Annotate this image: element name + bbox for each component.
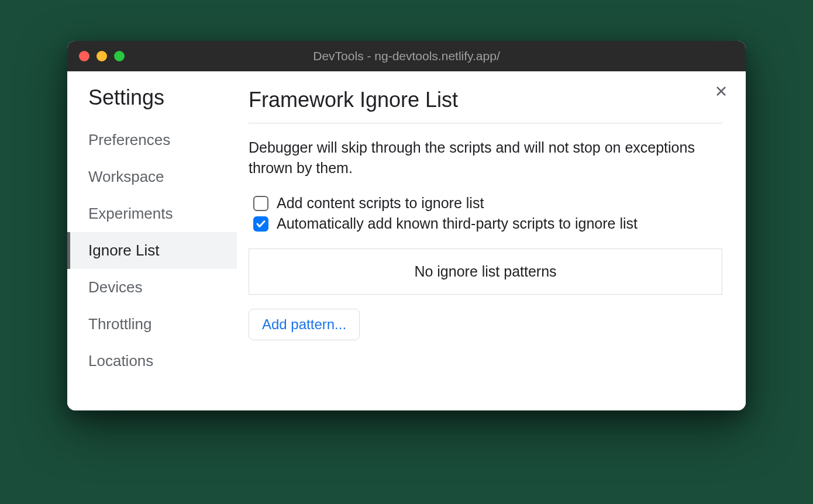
settings-sidebar: Settings Preferences Workspace Experimen…	[67, 71, 237, 410]
sidebar-item-experiments[interactable]: Experiments	[67, 195, 237, 232]
checkbox-row-third-party: Automatically add known third-party scri…	[249, 215, 722, 232]
sidebar-item-workspace[interactable]: Workspace	[67, 158, 237, 195]
sidebar-item-ignore-list[interactable]: Ignore List	[67, 232, 237, 269]
minimize-window-button[interactable]	[97, 51, 107, 61]
checkbox-label-third-party: Automatically add known third-party scri…	[277, 215, 638, 232]
traffic-lights	[79, 51, 125, 61]
checkbox-content-scripts[interactable]	[253, 196, 268, 211]
devtools-settings-window: DevTools - ng-devtools.netlify.app/ Sett…	[67, 41, 746, 410]
titlebar: DevTools - ng-devtools.netlify.app/	[67, 41, 746, 71]
checkbox-label-content-scripts: Add content scripts to ignore list	[277, 195, 484, 212]
content-area: Settings Preferences Workspace Experimen…	[67, 71, 746, 410]
checkbox-third-party[interactable]	[253, 216, 268, 232]
description-text: Debugger will skip through the scripts a…	[249, 137, 722, 178]
sidebar-item-preferences[interactable]: Preferences	[67, 122, 237, 158]
maximize-window-button[interactable]	[114, 51, 125, 61]
sidebar-item-throttling[interactable]: Throttling	[67, 306, 237, 343]
main-panel: Framework Ignore List Debugger will skip…	[237, 71, 746, 410]
add-pattern-button[interactable]: Add pattern...	[249, 309, 360, 340]
sidebar-title: Settings	[67, 85, 237, 122]
close-icon[interactable]	[714, 84, 728, 98]
sidebar-item-devices[interactable]: Devices	[67, 269, 237, 306]
patterns-list-empty: No ignore list patterns	[249, 248, 722, 295]
close-window-button[interactable]	[79, 51, 89, 61]
sidebar-item-locations[interactable]: Locations	[67, 343, 237, 379]
checkbox-row-content-scripts: Add content scripts to ignore list	[249, 195, 722, 212]
window-title: DevTools - ng-devtools.netlify.app/	[313, 49, 499, 63]
page-title: Framework Ignore List	[249, 88, 722, 123]
